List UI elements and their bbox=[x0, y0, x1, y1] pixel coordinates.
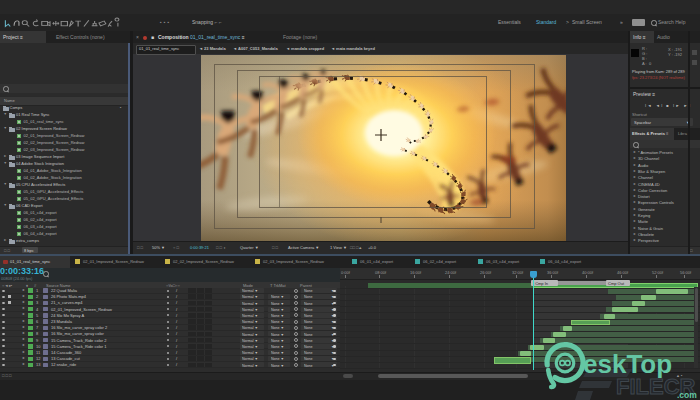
svg-text:.com: .com bbox=[677, 390, 697, 400]
